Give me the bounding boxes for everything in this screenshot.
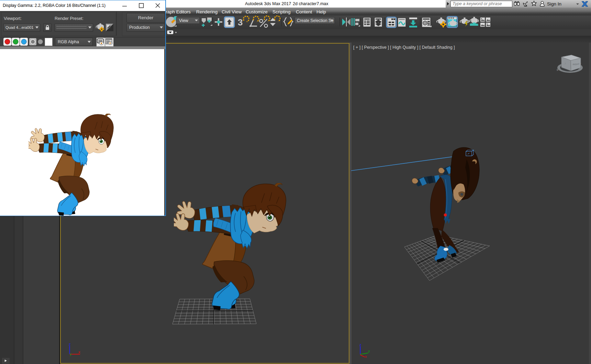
svg-text:..T: ..T bbox=[564, 62, 566, 65]
svg-text:x: x bbox=[365, 354, 367, 359]
svg-text:S: S bbox=[557, 69, 558, 71]
svg-text:z: z bbox=[359, 343, 361, 347]
svg-text:RIGHT: RIGHT bbox=[573, 63, 580, 66]
svg-text:y: y bbox=[368, 349, 370, 353]
svg-text:x: x bbox=[78, 350, 80, 354]
svg-text:z: z bbox=[69, 342, 71, 346]
svg-text:y: y bbox=[70, 352, 72, 356]
